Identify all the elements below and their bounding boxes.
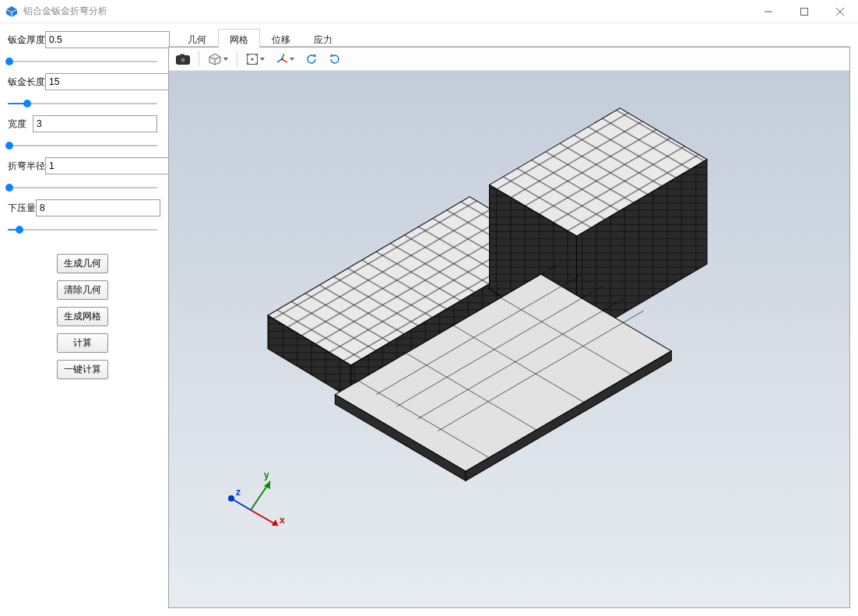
generate-geometry-button[interactable]: 生成几何 [57,254,108,273]
bend-radius-slider[interactable] [8,184,157,192]
param-length: 钣金长度 [8,73,157,107]
tab-stress[interactable]: 应力 [302,29,344,48]
param-label-press-amount: 下压量 [8,202,36,215]
sidebar: 钣金厚度 钣金长度 宽度 [0,23,164,616]
width-input[interactable] [33,115,157,132]
svg-rect-3 [801,8,808,15]
minimize-button[interactable] [751,0,786,23]
screenshot-icon[interactable] [172,50,194,69]
param-width: 宽度 [8,115,157,150]
param-thickness: 钣金厚度 [8,31,157,65]
svg-line-48 [231,498,251,510]
orbit-axes-icon[interactable] [272,50,298,69]
toolbar-separator [237,51,237,67]
press-amount-input[interactable] [36,199,160,216]
maximize-button[interactable] [786,0,822,23]
zoom-extents-icon[interactable] [242,50,269,69]
thickness-slider[interactable] [8,58,157,65]
length-input[interactable] [45,73,170,90]
window-title: 铝合金钣金折弯分析 [23,5,107,18]
tab-displacement[interactable]: 位移 [260,29,302,48]
param-label-width: 宽度 [8,118,33,131]
rotate-cw-icon[interactable] [325,50,345,69]
close-button[interactable] [822,0,858,23]
toolbar-separator [199,51,199,67]
length-slider[interactable] [8,100,157,107]
svg-rect-7 [180,54,185,56]
press-amount-slider[interactable] [8,226,157,234]
thickness-input[interactable] [45,31,170,48]
app-icon [5,5,19,19]
svg-point-9 [181,58,184,61]
titlebar: 铝合金钣金折弯分析 [0,0,858,23]
window-controls [751,0,858,23]
axis-y-label: y [264,470,269,480]
tab-mesh[interactable]: 网格 [218,29,260,48]
param-press-amount: 下压量 [8,199,157,234]
clear-geometry-button[interactable]: 清除几何 [57,280,108,300]
view-cube-icon[interactable] [204,50,232,69]
compute-button[interactable]: 计算 [57,333,108,353]
generate-mesh-button[interactable]: 生成网格 [57,307,108,326]
param-bend-radius: 折弯半径 [8,157,157,192]
svg-point-49 [228,495,234,502]
param-label-length: 钣金长度 [8,76,45,89]
svg-point-17 [251,58,254,60]
rotate-ccw-icon[interactable] [301,50,322,69]
tab-geometry[interactable]: 几何 [176,29,218,48]
axis-x-label: x [280,515,285,526]
viewport[interactable]: x y z [169,71,849,607]
bend-radius-input[interactable] [45,157,170,174]
graphics-toolbar [169,48,849,71]
graphics-panel: x y z [168,47,850,608]
width-slider[interactable] [8,142,157,150]
param-label-thickness: 钣金厚度 [8,33,45,47]
param-label-bend-radius: 折弯半径 [8,160,45,173]
main-panel: 几何 网格 位移 应力 [164,23,858,616]
axis-triad: x y z [223,467,294,537]
one-click-compute-button[interactable]: 一键计算 [57,360,108,379]
tabs: 几何 网格 位移 应力 [168,28,850,47]
axis-z-label: z [236,487,241,498]
svg-point-21 [281,58,283,60]
